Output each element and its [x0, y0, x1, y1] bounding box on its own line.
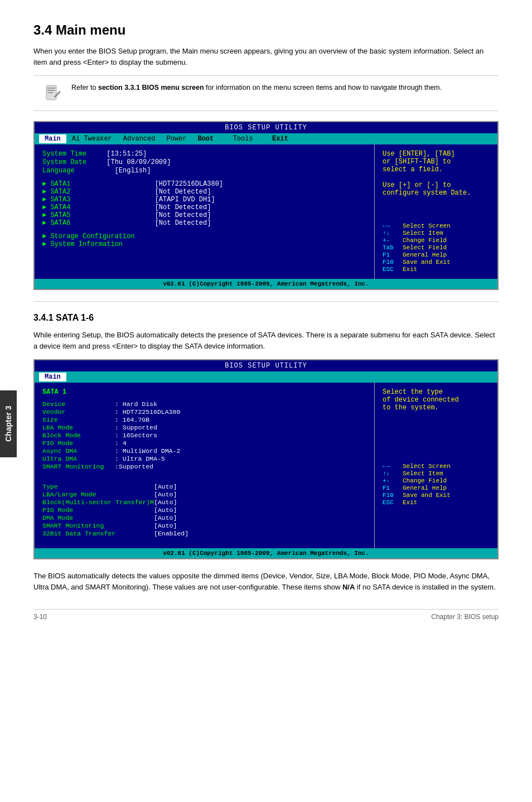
sata-pio-mode-label: PIO Mode: [42, 506, 154, 514]
sata-smart-row: SMART Monitoring [Auto]: [42, 522, 366, 529]
sata-device-label: Device: [42, 400, 115, 408]
bottom-text: The BIOS automatically detects the value…: [33, 571, 499, 592]
bios-tab-main[interactable]: Main: [39, 134, 66, 143]
sata-smart-info-label: SMART Monitoring: [42, 463, 115, 470]
sata-device-info-group: Device : Hard Disk Vendor : HDT722516DLA…: [42, 400, 366, 470]
bios-system-time-row: System Time [13:51:25]: [42, 150, 366, 158]
sata-lba-mode-value: [Auto]: [154, 491, 177, 498]
sata-legend-desc-save-exit: Save and Exit: [403, 492, 451, 499]
sata-32bit-label: 32Bit Data Transfer: [42, 530, 154, 537]
bios-tab-power[interactable]: Power: [161, 134, 192, 143]
sata-pio-row: PIO Mode : 4: [42, 439, 366, 447]
sata-pio-label: PIO Mode: [42, 439, 115, 447]
legend-desc-select-field: Select Field: [403, 244, 447, 251]
sata-smart-value: [Auto]: [154, 522, 177, 529]
sata-legend-esc-exit: ESC Exit: [383, 499, 490, 506]
note-text-after: for information on the menu screen items…: [204, 84, 442, 91]
bios-header: BIOS SETUP UTILITY: [35, 122, 497, 133]
bios-tab-boot[interactable]: Boot: [192, 134, 219, 143]
sata-block-multi-row: Block(Multi-sector Transfer)M [Auto]: [42, 499, 366, 506]
note-bold: section 3.3.1 BIOS menu screen: [98, 84, 204, 91]
sata-legend-save-exit: F10 Save and Exit: [383, 492, 490, 499]
bios-main-screen: BIOS SETUP UTILITY Main Ai Tweaker Advan…: [33, 121, 499, 290]
bios-help-line2: or [SHIFT-TAB] to: [383, 158, 490, 166]
sata-help-line2: of device connected: [383, 396, 490, 404]
legend-desc-save-exit: Save and Exit: [403, 259, 451, 265]
bios-help-line3: select a field.: [383, 166, 490, 173]
legend-esc-exit: ESC Exit: [383, 266, 490, 273]
legend-key-f10: F10: [383, 259, 399, 265]
page-footer: 3-10 Chapter 3: BIOS setup: [33, 609, 499, 621]
bios-sata-screen: BIOS SETUP UTILITY Main SATA 1 Device : …: [33, 359, 499, 559]
bios-sata-tab-main[interactable]: Main: [39, 373, 66, 381]
sata-pio-value: : 4: [115, 439, 127, 447]
legend-key-arrows: ←→: [383, 223, 399, 229]
bios-sata-header: BIOS SETUP UTILITY: [35, 360, 497, 371]
sata-smart-info-value: :Supported: [115, 463, 153, 470]
sata-32bit-row: 32Bit Data Transfer [Enabled]: [42, 530, 366, 537]
bios-sata4-row: ► SATA4 [Not Detected]: [42, 204, 366, 211]
sata-legend-key-esc: ESC: [383, 499, 399, 506]
sata-legend-select-item: ↑↓ Select Item: [383, 470, 490, 477]
footer-left: 3-10: [33, 613, 47, 621]
bios-language-value: [English]: [115, 167, 151, 175]
sata-legend-key-f10: F10: [383, 492, 399, 499]
bios-tab-advanced[interactable]: Advanced: [118, 134, 161, 143]
note-icon: [42, 83, 64, 104]
sata-type-value: [Auto]: [154, 483, 177, 490]
sata-section-title: SATA 1: [42, 388, 366, 396]
bios-sata-footer: v02.61 (C)Copyright 1985-2009, American …: [35, 548, 497, 558]
bios-language-row: Language [English]: [42, 167, 366, 175]
sata-legend-key-updown: ↑↓: [383, 470, 399, 477]
bios-tab-exit[interactable]: Exit: [259, 134, 294, 143]
arrow-icon-sata4: ►: [42, 204, 46, 211]
bios-help-line5: configure system Date.: [383, 189, 490, 197]
bios-system-info-row: ► System Information: [42, 240, 366, 248]
bios-system-time-value: [13:51:25]: [107, 150, 147, 158]
sata-block-label: Block Mode: [42, 432, 115, 439]
bios-sata2-row: ► SATA2 [Not Detected]: [42, 188, 366, 196]
bios-help-line4: Use [+] or [-] to: [383, 181, 490, 189]
chapter-sidebar: Chapter 3: [0, 390, 17, 457]
sata-vendor-row: Vendor : HDT722516DLA380: [42, 408, 366, 416]
arrow-icon-sata1: ►: [42, 180, 46, 188]
section-3-4-1-title: 3.4.1 SATA 1-6: [33, 313, 499, 323]
sata-legend-desc-select-screen: Select Screen: [403, 463, 451, 470]
sata-type-label: Type: [42, 483, 154, 490]
legend-desc-esc: Exit: [403, 266, 417, 273]
sata-block-multi-value: [Auto]: [154, 499, 177, 506]
section-3-4-title: 3.4 Main menu: [33, 22, 499, 38]
sata-dma-mode-value: [Auto]: [154, 514, 177, 521]
section-divider: [33, 301, 499, 302]
legend-key-esc: ESC: [383, 266, 399, 273]
legend-desc-select-screen: Select Screen: [403, 223, 451, 229]
bios-main-body: System Time [13:51:25] System Date [Thu …: [35, 144, 497, 279]
legend-key-plusminus: +-: [383, 237, 399, 244]
na-bold: N/A: [342, 583, 355, 591]
bios-main-right: Use [ENTER], [TAB] or [SHIFT-TAB] to sel…: [375, 144, 497, 279]
legend-select-item: ↑↓ Select Item: [383, 230, 490, 236]
sata-device-value: : Hard Disk: [115, 400, 157, 408]
sata-help-text: Select the type of device connected to t…: [383, 388, 490, 412]
sata-lba-mode-label: LBA/Large Mode: [42, 491, 154, 498]
bios-submenu-group: ► Storage Configuration ► System Informa…: [42, 233, 366, 248]
sata-legend-desc-esc: Exit: [403, 499, 417, 506]
note-text: Refer to section 3.3.1 BIOS menu screen …: [71, 83, 442, 93]
sata-config-group: Type [Auto] LBA/Large Mode [Auto] Block(…: [42, 483, 366, 537]
bios-system-date-label: System Date: [42, 158, 86, 166]
bios-tab-tools[interactable]: Tools: [219, 134, 258, 143]
sata-dma-mode-row: DMA Mode [Auto]: [42, 514, 366, 521]
bios-sata-body: SATA 1 Device : Hard Disk Vendor : HDT72…: [35, 383, 497, 548]
sata-vendor-label: Vendor: [42, 408, 115, 416]
sata-lba-label: LBA Mode: [42, 424, 115, 431]
sata-lba-mode-row: LBA/Large Mode [Auto]: [42, 491, 366, 498]
bios-storage-config-row: ► Storage Configuration: [42, 233, 366, 240]
sata-32bit-value: [Enabled]: [154, 530, 188, 537]
sata-legend-select-screen: ←→ Select Screen: [383, 463, 490, 470]
legend-general-help: F1 General Help: [383, 252, 490, 258]
bios-tab-ai-tweaker[interactable]: Ai Tweaker: [66, 134, 118, 143]
arrow-icon-sata5: ►: [42, 211, 46, 219]
sata-legend-key-plusminus: +-: [383, 477, 399, 484]
bios-system-group: System Time [13:51:25] System Date [Thu …: [42, 150, 366, 175]
arrow-icon-sata3: ►: [42, 196, 46, 204]
